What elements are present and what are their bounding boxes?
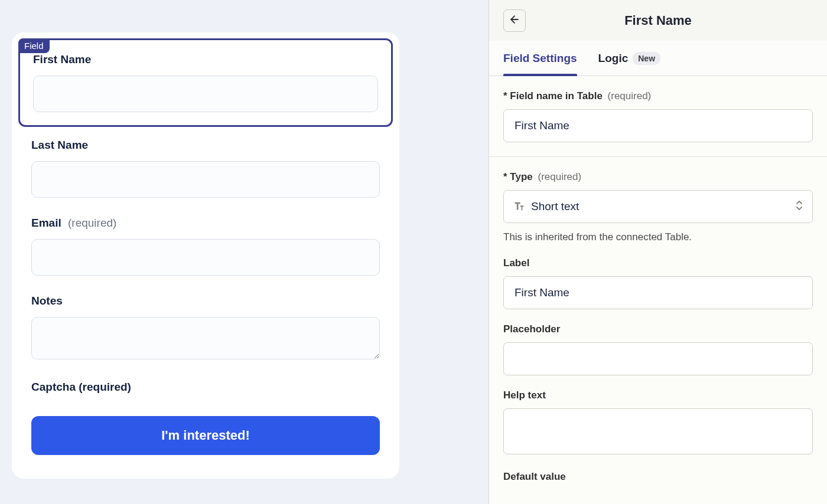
form-field-last-name[interactable]: Last Name [31,139,380,198]
setting-label-text: * Field name in Table [503,90,603,102]
form-card: Field First Name Last Name Email (requir… [12,32,399,479]
type-help-text: This is inherited from the connected Tab… [503,231,813,243]
back-button[interactable] [503,9,526,32]
first-name-input[interactable] [33,76,378,112]
placeholder-input[interactable] [503,342,813,375]
helptext-input[interactable] [503,408,813,454]
form-field-notes[interactable]: Notes [31,294,380,362]
new-badge: New [633,52,660,65]
label-input[interactable] [503,276,813,309]
text-type-icon [512,200,525,213]
field-name-input[interactable] [503,109,813,142]
setting-helptext: Help text [489,381,827,463]
settings-tabs: Field Settings Logic New [489,41,827,76]
setting-label-field: Label [489,249,827,315]
tab-logic[interactable]: Logic New [598,41,660,76]
required-indicator: (required) [68,217,116,229]
setting-placeholder: Placeholder [489,315,827,381]
setting-label: * Type (required) [503,171,813,183]
field-label: First Name [33,53,378,66]
captcha-label: Captcha (required) [31,381,380,394]
field-tag-badge: Field [18,38,50,53]
tab-logic-label: Logic [598,52,629,65]
setting-label-text: * Type [503,171,533,182]
setting-field-name: * Field name in Table (required) [489,76,827,157]
type-select[interactable]: Short text [503,190,813,223]
field-label-text: Email [31,217,61,229]
setting-label: Label [503,257,813,269]
type-value: Short text [531,200,579,213]
required-note: (required) [608,90,652,102]
setting-label: Default value [503,471,813,483]
field-label: Last Name [31,139,380,152]
submit-button[interactable]: I'm interested! [31,416,380,455]
email-input[interactable] [31,239,380,276]
chevron-up-down-icon [795,199,804,214]
settings-panel: First Name Field Settings Logic New * Fi… [489,0,827,504]
setting-label: * Field name in Table (required) [503,90,813,102]
setting-type: * Type (required) Short text This is inh… [489,157,827,249]
arrow-left-icon [509,14,520,27]
form-field-first-name[interactable]: Field First Name [18,38,393,127]
notes-input[interactable] [31,317,380,359]
last-name-input[interactable] [31,161,380,198]
panel-header: First Name [489,0,827,41]
field-label: Notes [31,294,380,307]
settings-scroll: * Field name in Table (required) * Type … [489,76,827,504]
form-field-email[interactable]: Email (required) [31,217,380,276]
form-preview-area: Field First Name Last Name Email (requir… [0,0,489,504]
panel-title: First Name [489,13,827,28]
tab-field-settings[interactable]: Field Settings [503,41,577,76]
setting-default-value: Default value [489,463,827,483]
field-label: Email (required) [31,217,380,230]
setting-label: Help text [503,390,813,401]
setting-label: Placeholder [503,323,813,335]
required-note: (required) [538,171,582,182]
